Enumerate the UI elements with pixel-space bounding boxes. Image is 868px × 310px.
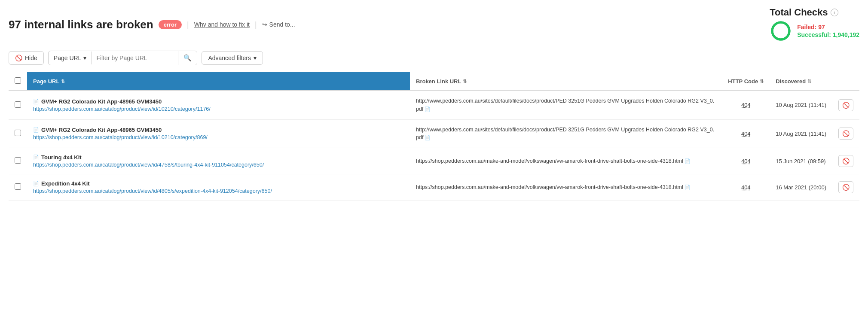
- col-header-broken-link: Broken Link URL ⇅: [410, 72, 722, 91]
- search-icon: 🔍: [183, 54, 192, 61]
- why-fix-link[interactable]: Why and how to fix it: [194, 21, 250, 28]
- table-row: 📄 Expedition 4x4 Kit https://shop.pedder…: [9, 174, 859, 201]
- broken-link-col-label: Broken Link URL: [416, 78, 461, 85]
- row-http-code: 404: [722, 174, 770, 201]
- row-action-button[interactable]: 🚫: [838, 181, 853, 193]
- dropdown-chevron-icon: ▾: [83, 55, 86, 61]
- total-checks-label: Total Checks: [770, 7, 828, 18]
- hide-row-icon: 🚫: [842, 158, 850, 164]
- table-row: 📄 GVM+ RG2 Colorado Kit App-48965 GVM345…: [9, 119, 859, 148]
- external-page-icon: 📄: [33, 127, 39, 133]
- row-checkbox[interactable]: [15, 183, 21, 190]
- broken-url-ext-icon: 📄: [423, 135, 431, 140]
- send-icon: ↪: [262, 21, 267, 28]
- row-http-code: 404: [722, 91, 770, 119]
- external-page-icon: 📄: [33, 155, 39, 160]
- row-page-url-link[interactable]: https://shop.pedders.com.au/catalog/prod…: [33, 162, 264, 168]
- success-value: 1,940,192: [833, 31, 859, 38]
- filter-dropdown-label: Page URL: [54, 55, 82, 61]
- page-url-col-label: Page URL: [33, 78, 59, 85]
- hide-row-icon: 🚫: [842, 184, 850, 191]
- row-checkbox[interactable]: [15, 101, 21, 108]
- row-action-button[interactable]: 🚫: [838, 99, 853, 111]
- row-checkbox-col: [9, 119, 27, 148]
- discovered-col-label: Discovered: [776, 78, 806, 85]
- http-code-sort-icon[interactable]: ⇅: [760, 79, 764, 84]
- header-left: 97 internal links are broken error | Why…: [9, 18, 295, 31]
- page-url-sort-icon[interactable]: ⇅: [61, 79, 65, 84]
- search-button[interactable]: 🔍: [178, 51, 197, 65]
- failed-label: Failed:: [797, 24, 816, 30]
- row-discovered: 10 Aug 2021 (11:41): [770, 119, 832, 148]
- donut-chart: [770, 20, 792, 42]
- col-header-discovered: Discovered ⇅: [770, 72, 832, 91]
- row-page-url: 📄 Touring 4x4 Kit https://shop.pedders.c…: [27, 148, 410, 174]
- row-checkbox[interactable]: [15, 130, 21, 136]
- info-icon[interactable]: i: [831, 9, 838, 16]
- row-page-name: 📄 GVM+ RG2 Colorado Kit App-48965 GVM345…: [33, 127, 404, 133]
- hide-button[interactable]: 🚫 Hide: [9, 51, 44, 65]
- discovered-sort-icon[interactable]: ⇅: [807, 79, 811, 84]
- checks-failed: Failed: 97: [797, 24, 859, 30]
- divider-2: |: [255, 20, 257, 29]
- row-action-button[interactable]: 🚫: [838, 128, 853, 140]
- row-page-url-link[interactable]: https://shop.pedders.com.au/catalog/prod…: [33, 134, 208, 140]
- row-page-name: 📄 GVM+ RG2 Colorado Kit App-48965 GVM345…: [33, 98, 404, 105]
- divider-1: |: [187, 20, 189, 29]
- discovered-value: 15 Jun 2021 (09:59): [776, 158, 825, 164]
- row-broken-url-text: http://www.pedders.com.au/sites/default/…: [416, 98, 714, 112]
- row-action-button[interactable]: 🚫: [838, 155, 853, 167]
- hide-icon: 🚫: [15, 55, 22, 61]
- row-action-col: 🚫: [832, 148, 859, 174]
- row-broken-url-text: https://shop.pedders.com.au/make-and-mod…: [416, 158, 691, 164]
- advanced-filters-button[interactable]: Advanced filters ▾: [202, 51, 263, 65]
- row-page-url-link[interactable]: https://shop.pedders.com.au/catalog/prod…: [33, 188, 272, 194]
- results-table: Page URL ⇅ Broken Link URL ⇅ HTTP Code ⇅…: [9, 72, 859, 201]
- hide-row-icon: 🚫: [842, 102, 850, 109]
- broken-url-ext-icon: 📄: [423, 106, 431, 112]
- row-checkbox-col: [9, 91, 27, 119]
- discovered-value: 10 Aug 2021 (11:41): [776, 102, 826, 108]
- col-header-http-code: HTTP Code ⇅: [722, 72, 770, 91]
- total-checks-title-area: Total Checks i Failed: 97 Suc: [770, 7, 859, 42]
- broken-link-sort-icon[interactable]: ⇅: [463, 79, 467, 84]
- send-to-label: Send to...: [269, 21, 295, 28]
- page-header: 97 internal links are broken error | Why…: [9, 7, 859, 42]
- broken-url-ext-icon: 📄: [683, 185, 691, 190]
- row-http-code: 404: [722, 148, 770, 174]
- row-broken-url: https://shop.pedders.com.au/make-and-mod…: [410, 174, 722, 201]
- table-row: 📄 Touring 4x4 Kit https://shop.pedders.c…: [9, 148, 859, 174]
- external-page-icon: 📄: [33, 181, 39, 186]
- row-discovered: 10 Aug 2021 (11:41): [770, 91, 832, 119]
- svg-point-2: [772, 22, 789, 40]
- row-http-code: 404: [722, 119, 770, 148]
- broken-url-ext-icon: 📄: [683, 158, 691, 164]
- http-code-value: 404: [741, 184, 751, 191]
- total-checks-panel: Total Checks i Failed: 97 Suc: [770, 7, 859, 42]
- total-checks-header: Total Checks i: [770, 7, 859, 18]
- select-all-checkbox[interactable]: [15, 77, 21, 84]
- filter-input[interactable]: [92, 52, 178, 64]
- row-broken-url: http://www.pedders.com.au/sites/default/…: [410, 91, 722, 119]
- checks-success: Successful: 1,940,192: [797, 31, 859, 38]
- row-broken-url-text: http://www.pedders.com.au/sites/default/…: [416, 127, 714, 141]
- external-page-icon: 📄: [33, 99, 39, 104]
- col-header-page-url: Page URL ⇅: [27, 72, 410, 91]
- checks-stats: Failed: 97 Successful: 1,940,192: [797, 24, 859, 38]
- row-checkbox[interactable]: [15, 157, 21, 164]
- hide-row-icon: 🚫: [842, 130, 850, 137]
- http-code-value: 404: [741, 102, 751, 108]
- row-page-url: 📄 GVM+ RG2 Colorado Kit App-48965 GVM345…: [27, 119, 410, 148]
- send-to-button[interactable]: ↪ Send to...: [262, 21, 295, 28]
- adv-filters-chevron-icon: ▾: [254, 55, 257, 61]
- row-discovered: 15 Jun 2021 (09:59): [770, 148, 832, 174]
- row-action-col: 🚫: [832, 91, 859, 119]
- filter-dropdown[interactable]: Page URL ▾: [49, 52, 92, 64]
- http-code-value: 404: [741, 158, 751, 164]
- row-broken-url: https://shop.pedders.com.au/make-and-mod…: [410, 148, 722, 174]
- success-label: Successful:: [797, 31, 831, 38]
- row-page-url-link[interactable]: https://shop.pedders.com.au/catalog/prod…: [33, 106, 211, 112]
- row-page-url: 📄 Expedition 4x4 Kit https://shop.pedder…: [27, 174, 410, 201]
- row-broken-url: http://www.pedders.com.au/sites/default/…: [410, 119, 722, 148]
- filter-group: Page URL ▾ 🔍: [48, 51, 198, 65]
